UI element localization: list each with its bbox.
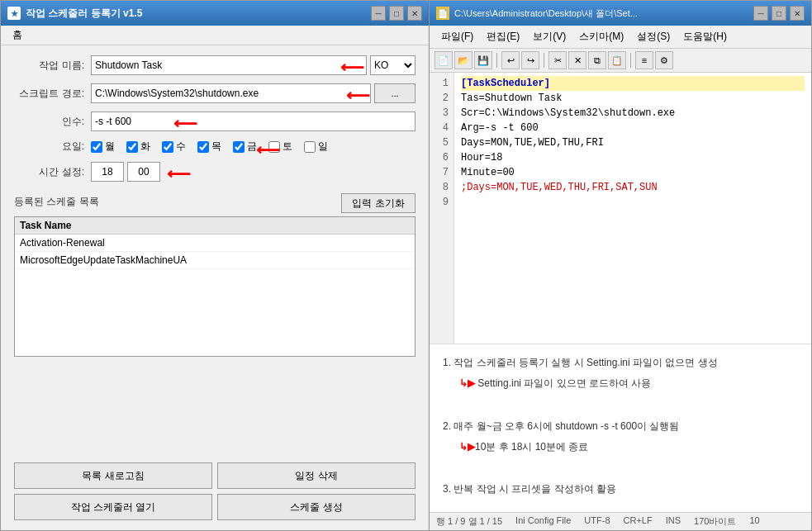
status-position: 행 1 / 9 열 1 / 15 (436, 515, 502, 528)
checkbox-thu[interactable] (197, 141, 209, 153)
right-title-bar: 📄 C:\Users\Administrator\Desktop\새 폴더\Se… (430, 1, 811, 26)
right-minimize-button[interactable]: ─ (753, 6, 768, 21)
line-numbers: 1 2 3 4 5 6 7 8 9 (430, 73, 454, 344)
status-size: 170바이트 (694, 515, 736, 528)
toolbar-paste[interactable]: 📋 (608, 51, 626, 69)
browse-button[interactable]: ... (374, 83, 415, 103)
checkbox-wed[interactable] (162, 141, 173, 153)
script-path-label: 스크립트 경로: (14, 87, 84, 101)
args-row: 인수: ⟵ (14, 111, 415, 131)
status-filetype: Ini Config File (515, 515, 571, 528)
info-line-2: ↳▶ Setting.ini 파일이 있으면 로드하여 사용 (459, 375, 798, 393)
right-title-text: C:\Users\Administrator\Desktop\새 폴더\Set.… (454, 7, 638, 20)
line-num-9: 9 (434, 195, 449, 210)
menu-schema[interactable]: 스키마(M) (572, 28, 630, 45)
editor-container: 1 2 3 4 5 6 7 8 9 [TaskScheduler] Tas=Sh… (430, 73, 811, 344)
day-tue: 화 (126, 140, 150, 154)
hour-input[interactable] (91, 162, 124, 182)
line-num-7: 7 (434, 165, 449, 180)
maximize-button[interactable]: □ (389, 6, 404, 21)
task-list-item[interactable]: Activation-Renewal (15, 235, 415, 252)
toolbar-delete[interactable]: ✕ (568, 51, 586, 69)
checkbox-sun[interactable] (304, 141, 316, 153)
editor-content[interactable]: [TaskScheduler] Tas=Shutdown Task Scr=C:… (454, 73, 811, 344)
close-button[interactable]: ✕ (407, 6, 422, 21)
menu-home[interactable]: 홈 (7, 27, 27, 42)
status-lineending: CR+LF (624, 515, 653, 528)
script-path-input[interactable] (91, 83, 371, 103)
day-thu: 목 (197, 140, 221, 154)
time-label: 시간 설정: (14, 165, 84, 179)
time-row: 시간 설정: ⟵ (14, 162, 415, 182)
arrow-time: ⟵ (167, 164, 191, 183)
days-checkboxes: 월 화 수 목 금 (91, 140, 328, 154)
day-sun: 일 (304, 140, 328, 154)
delete-button[interactable]: 일정 삭제 (217, 462, 415, 489)
info-line-3 (443, 396, 798, 415)
create-schedule-button[interactable]: 스케줄 생성 (217, 494, 415, 520)
day-sat-label: 토 (283, 140, 292, 154)
registered-section: 등록된 스케줄 목록 입력 초기화 Task Name Activation-R… (14, 193, 415, 357)
toolbar-copy[interactable]: ⧉ (588, 51, 606, 69)
checkbox-mon[interactable] (91, 141, 102, 153)
code-bracket: [TaskScheduler] (461, 78, 550, 89)
right-maximize-button[interactable]: □ (772, 6, 786, 21)
minute-input[interactable] (127, 162, 160, 182)
left-title-bar: ★ 작업 스케줄러 등록기 v1.5 ─ □ ✕ (1, 1, 429, 26)
minimize-button[interactable]: ─ (371, 6, 386, 21)
right-menu-bar: 파일(F) 편집(E) 보기(V) 스키마(M) 설정(S) 도움말(H) (430, 26, 811, 49)
arrow-task-name: ⟵ (340, 57, 364, 77)
toolbar-redo[interactable]: ↪ (521, 51, 539, 69)
day-wed: 수 (162, 140, 186, 154)
day-thu-label: 목 (211, 140, 221, 154)
status-zoom: 10 (749, 515, 759, 528)
menu-file[interactable]: 파일(F) (434, 28, 480, 45)
day-sun-label: 일 (318, 140, 328, 154)
line-num-4: 4 (434, 121, 449, 135)
code-line-3: Scr=C:\Windows\System32\shutdown.exe (461, 106, 805, 121)
task-name-input[interactable] (91, 55, 367, 75)
task-list-header: Task Name (15, 217, 415, 235)
info-line-7: 3. 반복 작업 시 프리셋을 작성하여 활용 (443, 481, 798, 499)
code-line-2: Tas=Shutdown Task (461, 91, 805, 106)
code-line-9 (461, 195, 805, 210)
menu-edit[interactable]: 편집(E) (480, 28, 526, 45)
line-num-1: 1 (434, 76, 449, 91)
days-row: 요일: 월 화 수 목 (14, 140, 415, 154)
toolbar-misc1[interactable]: ≡ (635, 51, 653, 69)
right-close-button[interactable]: ✕ (790, 6, 805, 21)
menu-help[interactable]: 도움말(H) (677, 28, 734, 45)
checkbox-tue[interactable] (126, 141, 138, 153)
code-line-1: [TaskScheduler] (461, 76, 805, 91)
line-num-8: 8 (434, 180, 449, 195)
toolbar-open[interactable]: 📂 (454, 51, 472, 69)
toolbar-sep3 (630, 53, 631, 68)
day-tue-label: 화 (140, 140, 150, 154)
toolbar-cut[interactable]: ✂ (548, 51, 567, 69)
notepad-icon: 📄 (436, 7, 449, 20)
line-num-2: 2 (434, 91, 449, 106)
checkbox-fri[interactable] (233, 141, 245, 153)
menu-settings[interactable]: 설정(S) (630, 28, 677, 45)
window-controls: ─ □ ✕ (371, 6, 422, 21)
task-list: Task Name Activation-Renewal MicrosoftEd… (14, 216, 415, 357)
menu-view[interactable]: 보기(V) (526, 28, 572, 45)
info-line-4: 2. 매주 월~금 오후 6시에 shutdown -s -t 600이 실행됨 (443, 418, 798, 436)
toolbar-save[interactable]: 💾 (474, 51, 492, 69)
lang-select[interactable]: KO EN (370, 55, 415, 75)
toolbar-sep1 (496, 53, 497, 68)
toolbar: 📄 📂 💾 ↩ ↪ ✂ ✕ ⧉ 📋 ≡ ⚙ (430, 49, 811, 73)
script-path-row: 스크립트 경로: ... ⟵ (14, 83, 415, 103)
toolbar-misc2[interactable]: ⚙ (655, 51, 673, 69)
refresh-button[interactable]: 목록 새로고침 (14, 462, 212, 489)
code-line-5: Days=MON,TUE,WED,THU,FRI (461, 135, 805, 150)
args-input[interactable] (91, 111, 415, 131)
task-list-item[interactable]: MicrosoftEdgeUpdateTaskMachineUA (15, 252, 415, 269)
toolbar-new[interactable]: 📄 (434, 51, 453, 69)
toolbar-undo[interactable]: ↩ (501, 51, 520, 69)
line-num-5: 5 (434, 135, 449, 150)
right-window-controls: ─ □ ✕ (753, 6, 805, 21)
arrow-args: ⟵ (173, 113, 197, 133)
open-scheduler-button[interactable]: 작업 스케줄러 열기 (14, 494, 212, 520)
reset-button[interactable]: 입력 초기화 (341, 193, 415, 213)
